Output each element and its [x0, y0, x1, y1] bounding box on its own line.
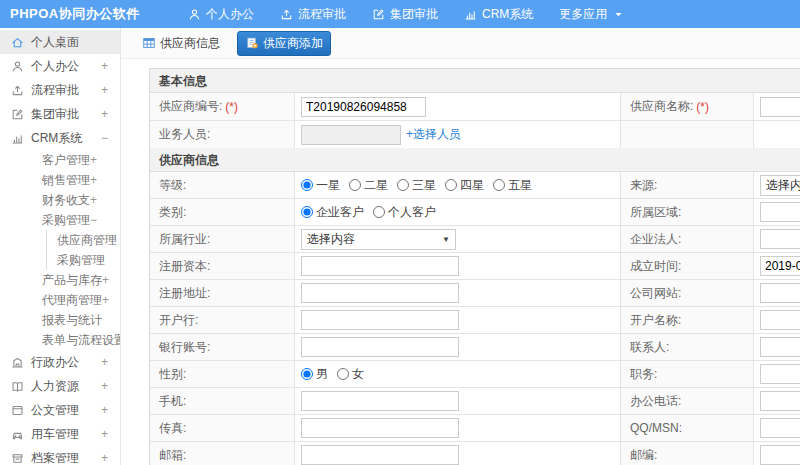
gender-radio-2[interactable]: [337, 368, 349, 380]
expand-icon[interactable]: +: [90, 173, 109, 187]
level-option-2[interactable]: 二星: [349, 177, 388, 194]
sidebar-item-7[interactable]: 人力资源+: [0, 374, 120, 398]
sidebar-subitem-5-5[interactable]: 产品与库存+: [0, 270, 120, 290]
radio-label: 女: [352, 366, 364, 383]
expand-icon[interactable]: +: [101, 403, 108, 417]
level-option-5[interactable]: 五星: [493, 177, 532, 194]
expand-icon[interactable]: +: [101, 379, 108, 393]
business-person-picker-link[interactable]: +选择人员: [406, 126, 461, 143]
website-input[interactable]: [760, 283, 800, 303]
sidebar-item-1[interactable]: 个人桌面: [0, 30, 120, 54]
collapse-icon[interactable]: −: [90, 213, 109, 227]
expand-icon[interactable]: +: [90, 193, 109, 207]
supplier-name-input[interactable]: [760, 97, 800, 117]
level-radio-2[interactable]: [349, 179, 361, 191]
expand-icon[interactable]: +: [101, 107, 108, 121]
gender-option-1[interactable]: 男: [301, 366, 328, 383]
sidebar-item-label: 采购管理: [42, 212, 90, 229]
legal-person-input[interactable]: [760, 229, 800, 249]
form-row: 注册资本:成立时间:: [150, 253, 800, 280]
gender-option-2[interactable]: 女: [337, 366, 364, 383]
position-input[interactable]: [760, 364, 800, 384]
level-option-1[interactable]: 一星: [301, 177, 340, 194]
founded-date-input[interactable]: [760, 256, 800, 276]
registered-address-input[interactable]: [301, 283, 459, 303]
level-option-3[interactable]: 三星: [397, 177, 436, 194]
sidebar-subitem-5-4-2[interactable]: 采购管理: [46, 250, 120, 270]
level-option-4[interactable]: 四星: [445, 177, 484, 194]
sidebar-item-8[interactable]: 公文管理+: [0, 398, 120, 422]
industry-select[interactable]: 选择内容▼: [301, 229, 456, 250]
supplier-code-input[interactable]: [301, 97, 426, 117]
sidebar-subitem-5-8[interactable]: 表单与流程设置+: [0, 330, 120, 350]
radio-label: 企业客户: [316, 204, 364, 221]
user-icon: [11, 60, 24, 73]
sidebar-item-4[interactable]: 集团审批+: [0, 102, 120, 126]
sidebar-item-label: 行政办公: [31, 354, 79, 371]
sidebar-item-9[interactable]: 用车管理+: [0, 422, 120, 446]
nav-item-1[interactable]: 个人办公: [188, 6, 254, 23]
category-field: 企业客户个人客户: [295, 199, 621, 225]
nav-item-3[interactable]: 集团审批: [372, 6, 438, 23]
expand-icon[interactable]: +: [90, 153, 109, 167]
registered-capital-input[interactable]: [301, 256, 459, 276]
expand-icon[interactable]: +: [102, 293, 121, 307]
tab-1[interactable]: 供应商信息: [135, 32, 227, 55]
office-phone-input[interactable]: [760, 391, 800, 411]
sidebar-item-label: 客户管理: [42, 152, 90, 169]
nav-item-2[interactable]: 流程审批: [280, 6, 346, 23]
source-label: 来源:: [621, 172, 754, 198]
sidebar-item-10[interactable]: 档案管理+: [0, 446, 120, 465]
expand-icon[interactable]: +: [102, 273, 121, 287]
bank-input[interactable]: [301, 310, 459, 330]
account-name-input[interactable]: [760, 310, 800, 330]
nav-item-4[interactable]: CRM系统: [464, 6, 533, 23]
sidebar-subitem-5-4-1[interactable]: 供应商管理: [46, 230, 120, 250]
source-select[interactable]: 选择内容▼: [760, 175, 800, 196]
collapse-icon[interactable]: −: [101, 131, 108, 145]
category-radio-2[interactable]: [373, 206, 385, 218]
building-icon: [11, 356, 24, 369]
gender-radio-1[interactable]: [301, 368, 313, 380]
expand-icon[interactable]: +: [101, 355, 108, 369]
sidebar-item-5[interactable]: CRM系统−: [0, 126, 120, 150]
category-radio-1[interactable]: [301, 206, 313, 218]
business-person-input[interactable]: [301, 125, 401, 145]
mobile-input[interactable]: [301, 391, 459, 411]
section-header-2: 供应商信息: [150, 148, 800, 172]
level-radio-1[interactable]: [301, 179, 313, 191]
sidebar-item-6[interactable]: 行政办公+: [0, 350, 120, 374]
level-radio-5[interactable]: [493, 179, 505, 191]
sidebar-item-label: 表单与流程设置: [42, 332, 121, 349]
level-radio-4[interactable]: [445, 179, 457, 191]
registered-address-label: 注册地址:: [150, 280, 295, 306]
email-input[interactable]: [301, 445, 459, 465]
sidebar-subitem-5-1[interactable]: 客户管理+: [0, 150, 120, 170]
sidebar-subitem-5-4[interactable]: 采购管理−: [0, 210, 120, 230]
tab-2[interactable]: 供应商添加: [237, 31, 331, 56]
sidebar-item-3[interactable]: 流程审批+: [0, 78, 120, 102]
nav-item-5[interactable]: 更多应用: [559, 6, 625, 23]
chart-icon: [11, 132, 24, 145]
bank-account-input[interactable]: [301, 337, 459, 357]
radio-label: 五星: [508, 177, 532, 194]
sidebar-subitem-5-3[interactable]: 财务收支+: [0, 190, 120, 210]
expand-icon[interactable]: +: [101, 59, 108, 73]
zip-input[interactable]: [760, 445, 800, 465]
menu-icon[interactable]: [146, 6, 162, 22]
sidebar-item-label: 个人桌面: [31, 34, 79, 51]
region-input[interactable]: [760, 202, 800, 222]
category-option-1[interactable]: 企业客户: [301, 204, 364, 221]
sidebar-subitem-5-2[interactable]: 销售管理+: [0, 170, 120, 190]
qq-msn-input[interactable]: [760, 418, 800, 438]
expand-icon[interactable]: +: [101, 83, 108, 97]
sidebar-subitem-5-6[interactable]: 代理商管理+: [0, 290, 120, 310]
expand-icon[interactable]: +: [101, 427, 108, 441]
contact-input[interactable]: [760, 337, 800, 357]
fax-input[interactable]: [301, 418, 459, 438]
expand-icon[interactable]: +: [101, 451, 108, 465]
sidebar-subitem-5-7[interactable]: 报表与统计: [0, 310, 120, 330]
category-option-2[interactable]: 个人客户: [373, 204, 436, 221]
level-radio-3[interactable]: [397, 179, 409, 191]
sidebar-item-2[interactable]: 个人办公+: [0, 54, 120, 78]
